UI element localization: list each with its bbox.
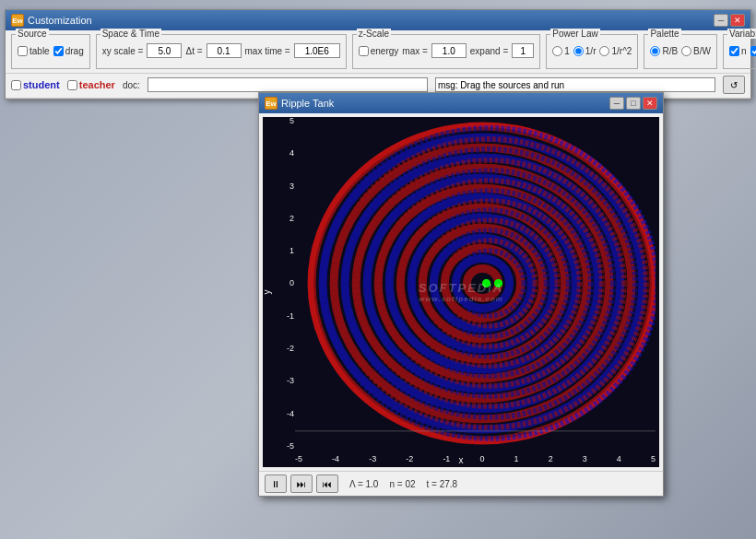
- ripple-svg: [295, 117, 656, 450]
- doc-label: doc:: [123, 80, 140, 90]
- palette-label: Palette: [648, 29, 680, 39]
- control-panel-row1: Source table drag Space & Time xy scale …: [6, 30, 750, 74]
- titlebar-controls: ─ ✕: [714, 14, 745, 27]
- palette-rb-radio[interactable]: R/B: [650, 46, 678, 56]
- source-dot-2: [495, 279, 502, 287]
- xy-scale-input[interactable]: [147, 43, 182, 58]
- x-tick-n5: -5: [295, 454, 302, 463]
- delta-t-label: Δt =: [185, 46, 202, 56]
- ripple-close-button[interactable]: ✕: [643, 97, 657, 110]
- table-checkbox[interactable]: table: [18, 46, 50, 56]
- msg-input[interactable]: [148, 77, 428, 92]
- y-axis-label: y: [263, 290, 272, 295]
- x-tick-n3: -3: [369, 454, 376, 463]
- pause-button[interactable]: ⏸: [265, 475, 287, 493]
- y-tick-n5: -5: [287, 442, 294, 451]
- palette-bw-radio[interactable]: B/W: [681, 46, 711, 56]
- step-button[interactable]: ⏭: [290, 475, 313, 493]
- source-dot-1: [483, 279, 490, 287]
- power-1r-input[interactable]: [573, 46, 584, 56]
- power-1r-radio[interactable]: 1/r: [573, 46, 597, 56]
- variables-label: Variables: [727, 29, 756, 39]
- teacher-checkbox[interactable]: teacher: [67, 79, 115, 90]
- var-n-input[interactable]: [729, 46, 739, 56]
- ripple-canvas[interactable]: 5 4 3 2 1 0 -1 -2 -3 -4 -5 y: [263, 117, 659, 467]
- x-tick-n2: -2: [406, 454, 413, 463]
- ripple-controls: ⏸ ⏭ ⏮ Λ = 1.0 n = 02 t = 27.8: [259, 471, 663, 496]
- y-tick-4: 4: [289, 149, 294, 158]
- drag-checkbox-input[interactable]: [53, 46, 64, 56]
- x-tick-3: 3: [583, 454, 587, 463]
- var-n-checkbox[interactable]: n: [729, 46, 747, 56]
- table-label: table: [30, 46, 50, 56]
- xy-scale-label: xy scale =: [102, 46, 144, 56]
- x-tick-2: 2: [549, 454, 553, 463]
- student-label: student: [23, 79, 60, 90]
- source-group: Source table drag: [11, 34, 90, 69]
- palette-bw-input[interactable]: [681, 46, 691, 56]
- table-checkbox-input[interactable]: [18, 46, 28, 56]
- x-tick-n1: -1: [443, 454, 450, 463]
- power-1r2-input[interactable]: [599, 46, 609, 56]
- power-1-input[interactable]: [552, 46, 562, 56]
- close-button[interactable]: ✕: [730, 14, 745, 27]
- x-tick-1: 1: [514, 454, 519, 463]
- max-label: max =: [402, 46, 428, 56]
- ripple-titlebar: Ew Ripple Tank ─ □ ✕: [259, 93, 663, 113]
- y-tick-n3: -3: [287, 377, 294, 385]
- power-1-radio[interactable]: 1: [552, 46, 570, 56]
- msg-display[interactable]: [435, 77, 715, 92]
- ripple-maximize-button[interactable]: □: [626, 97, 641, 110]
- y-tick-n4: -4: [287, 410, 294, 418]
- n-status: n = 02: [389, 479, 415, 489]
- var-lambda-checkbox[interactable]: λ: [750, 46, 756, 56]
- lambda-status: Λ = 1.0: [349, 479, 378, 489]
- drag-checkbox[interactable]: drag: [53, 46, 84, 56]
- power-law-label: Power Law: [550, 29, 599, 39]
- window-icon: Ew: [11, 14, 24, 27]
- customization-window: Ew Customization ─ ✕ Source table drag S…: [5, 9, 751, 100]
- ripple-pattern: 5 4 3 2 1 0 -1 -2 -3 -4 -5 y: [263, 117, 659, 467]
- ripple-window-icon: Ew: [265, 97, 278, 110]
- space-time-label: Space & Time: [100, 29, 161, 39]
- var-lambda-input[interactable]: [750, 46, 756, 56]
- y-tick-3: 3: [289, 182, 294, 191]
- expand-label: expand =: [470, 46, 508, 56]
- energy-checkbox[interactable]: energy: [359, 46, 399, 56]
- power-1r2-radio[interactable]: 1/r^2: [599, 46, 632, 56]
- window-title: Customization: [28, 15, 92, 26]
- teacher-checkbox-input[interactable]: [67, 80, 77, 90]
- reset-button[interactable]: ↺: [723, 76, 745, 94]
- y-tick-5: 5: [289, 117, 294, 125]
- customization-titlebar: Ew Customization ─ ✕: [6, 10, 750, 30]
- drag-label: drag: [65, 46, 84, 56]
- x-tick-4: 4: [617, 454, 621, 463]
- max-value-input[interactable]: [431, 43, 467, 58]
- minimize-button[interactable]: ─: [714, 14, 728, 27]
- teacher-label: teacher: [79, 79, 115, 90]
- delta-t-input[interactable]: [207, 43, 242, 58]
- ripple-titlebar-left: Ew Ripple Tank: [265, 97, 334, 110]
- y-tick-n2: -2: [287, 345, 294, 353]
- energy-label: energy: [371, 46, 399, 56]
- x-tick-n4: -4: [332, 454, 339, 463]
- z-scale-group: z-Scale energy max = expand =: [352, 34, 541, 69]
- x-axis-ticks: -5 -4 -3 -2 -1 0 1 2 3 4 5: [295, 454, 656, 463]
- y-axis-ticks: 5 4 3 2 1 0 -1 -2 -3 -4 -5: [276, 117, 294, 451]
- y-tick-n1: -1: [287, 312, 294, 321]
- rewind-button[interactable]: ⏮: [316, 475, 338, 493]
- variables-group: Variables n λ t: [723, 34, 756, 69]
- max-time-input[interactable]: [294, 43, 340, 58]
- power-law-group: Power Law 1 1/r 1/r^2: [546, 34, 638, 69]
- student-checkbox-input[interactable]: [11, 80, 21, 90]
- y-tick-2: 2: [289, 215, 294, 223]
- energy-checkbox-input[interactable]: [359, 46, 369, 56]
- ripple-minimize-button[interactable]: ─: [609, 97, 624, 110]
- palette-rb-input[interactable]: [650, 46, 660, 56]
- space-time-group: Space & Time xy scale = Δt = max time =: [96, 34, 347, 69]
- t-status: t = 27.8: [427, 479, 458, 489]
- student-checkbox[interactable]: student: [11, 79, 60, 90]
- titlebar-left: Ew Customization: [11, 14, 92, 27]
- expand-input[interactable]: [512, 43, 534, 58]
- ripple-titlebar-controls: ─ □ ✕: [609, 97, 657, 110]
